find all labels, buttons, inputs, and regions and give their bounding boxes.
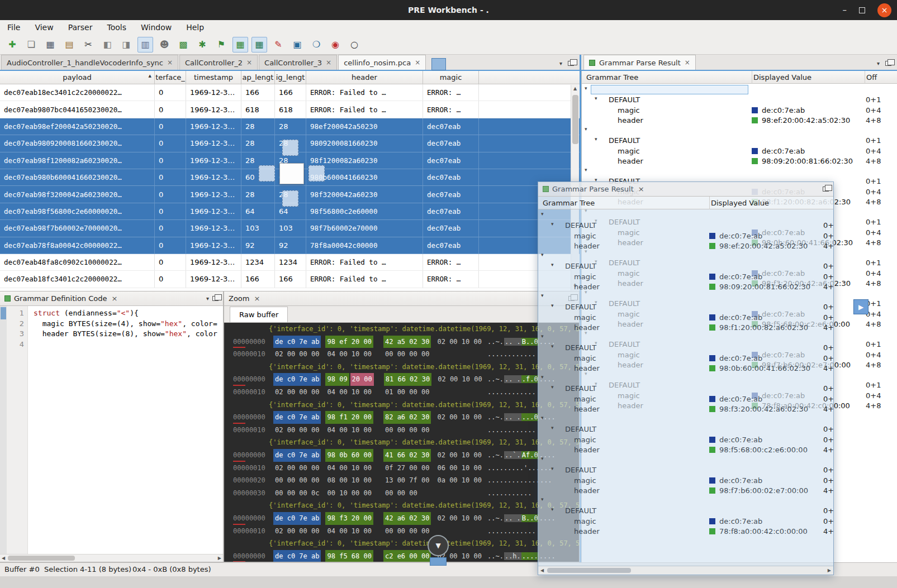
tree-node-row[interactable]: ▾	[582, 126, 897, 136]
caret-icon[interactable]: ▾	[585, 126, 587, 132]
table-cell[interactable]: dec07eab	[423, 237, 479, 254]
table-cell[interactable]: dec07eab9807bc0441650230020…	[0, 101, 155, 117]
table-cell[interactable]: 92	[241, 237, 275, 254]
caret-icon[interactable]: ▾	[585, 85, 587, 91]
table-cell[interactable]: 0	[155, 271, 186, 287]
hex-line[interactable]: 0000002000 00 00 0008 00 10 0013 00 7f 0…	[224, 474, 579, 487]
close-icon[interactable]: ×	[246, 59, 252, 66]
tree-row-header[interactable]: header98:ef:20:00:42:a5:02:304+8	[582, 116, 897, 126]
tree-node-row[interactable]: ▾	[538, 374, 834, 384]
hex-bytes[interactable]: 02 00 10 00	[435, 449, 483, 462]
table-cell[interactable]: dec07eab	[423, 186, 479, 202]
copy-icon[interactable]: ❏	[23, 37, 39, 52]
tree-node-row[interactable]: ▾	[538, 292, 834, 302]
hex-bytes[interactable]: 02 00 00 00	[273, 424, 321, 437]
hex-editor[interactable]: {'interface_id': 0, 'timestamp': datetim…	[224, 323, 579, 562]
hex-bytes[interactable]: 04 00 10 00	[325, 462, 373, 475]
table-cell[interactable]: 618	[275, 101, 306, 117]
table-cell[interactable]: 166	[241, 84, 275, 101]
tab-grammar-parse-result[interactable]: Grammar Parse Result ×	[583, 55, 696, 70]
table-cell[interactable]: 1969-12-3…	[186, 203, 241, 219]
tree-row-default[interactable]: ▾DEFAULT0+1	[538, 343, 834, 353]
packet-row[interactable]: dec07eab48fa8c0902c10000022…01969-12-3…1…	[0, 254, 580, 271]
table-cell[interactable]: 1969-12-3…	[186, 237, 241, 254]
search-icon[interactable]: ○	[347, 37, 362, 52]
table-cell[interactable]: 98ef200042a50230	[306, 118, 423, 135]
hex-line[interactable]: 00000000de c0 7e ab98 0b 60 0041 66 02 3…	[224, 449, 579, 462]
hex-bytes[interactable]: de c0 7e ab	[273, 373, 321, 386]
hex-bytes[interactable]: c2 e6 00 00	[383, 550, 431, 562]
table-cell[interactable]: 1969-12-3…	[186, 84, 241, 101]
floating-parse-result-window[interactable]: Grammar Parse Result × Grammar TreeDispl…	[538, 181, 834, 575]
table-cell[interactable]: ERROR: Failed to …	[306, 271, 423, 287]
caret-icon[interactable]: ▾	[551, 303, 554, 308]
hex-line[interactable]: 00000000de c0 7e ab98 ef 20 0042 a5 02 3…	[224, 336, 579, 348]
hex-bytes[interactable]: 02 00 00 00	[273, 525, 321, 538]
hex-bytes[interactable]: 08 00 10 00	[325, 474, 373, 487]
hex-line[interactable]: 00000000de c0 7e ab98 f3 20 0042 a6 02 3…	[224, 512, 579, 525]
tree-column-header[interactable]: Off	[865, 71, 897, 84]
detach-icon[interactable]	[823, 187, 829, 192]
table-cell[interactable]: 166	[275, 271, 306, 287]
tree-row-header[interactable]: header98:09:20:00:81:66:02:304+8	[582, 156, 897, 166]
tree-row-default[interactable]: ▾DEFAULT0+1	[538, 384, 834, 394]
save-icon[interactable]: ▦	[42, 37, 58, 52]
tree-column-header[interactable]: Displayed Value	[752, 71, 863, 84]
table-cell[interactable]: dec07eab980b600041660230020…	[0, 169, 155, 185]
tree-row-header[interactable]: header98:f5:68:00:c2:e6:00:004+8	[538, 445, 834, 455]
table-cell[interactable]: 28	[241, 118, 275, 135]
inspect-icon[interactable]: ▥	[137, 37, 153, 52]
caret-icon[interactable]: ▾	[551, 262, 554, 267]
hex-bytes[interactable]: 02 00 00 00	[273, 462, 321, 475]
hex-bytes[interactable]: 00 10 00 00	[325, 487, 373, 500]
hex-bytes[interactable]: de c0 7e ab	[273, 512, 321, 525]
marker-icon[interactable]: ✎	[270, 37, 286, 52]
tree-column-header[interactable]: Displayed Value	[709, 197, 810, 209]
table-cell[interactable]: dec07eab9809200081660230020…	[0, 135, 155, 151]
code-line[interactable]: magic BYTES(size=(4), show="hex", color=	[34, 319, 223, 329]
tree-node-row[interactable]: ▾	[538, 496, 834, 506]
hex-bytes[interactable]: 98 09	[325, 373, 349, 386]
tree-row-header[interactable]: header98:f3:20:00:42:a6:02:304+8	[538, 404, 834, 414]
menu-item-help[interactable]: Help	[179, 20, 211, 35]
table-cell[interactable]: 0	[155, 203, 186, 219]
close-icon[interactable]: ×	[167, 59, 173, 66]
code-line[interactable]: header BYTES(size=(8), show="hex", color	[34, 329, 223, 340]
maximize-button[interactable]	[859, 7, 865, 13]
table-cell[interactable]: 28	[275, 118, 306, 135]
caret-icon[interactable]: ▾	[551, 384, 554, 390]
table-cell[interactable]: ERROR: Failed to …	[306, 84, 423, 101]
caret-icon[interactable]: ▾	[551, 425, 554, 431]
packet-row[interactable]: dec07eab18fc3401c2c20000022…01969-12-3…1…	[0, 271, 580, 288]
table-cell[interactable]: 0	[155, 84, 186, 101]
column-header-cap_len[interactable]: ap_lengt	[241, 71, 275, 84]
parse-tree[interactable]: ▾▾DEFAULT0+1magicde:c0:7e:ab0+4header98:…	[538, 209, 834, 566]
table-cell[interactable]: dec07eab78f8a00042c00000022…	[0, 237, 155, 254]
table-cell[interactable]: 166	[275, 84, 306, 101]
new-file-icon[interactable]: ✚	[4, 37, 20, 52]
hex-bytes[interactable]: 02 00 10 00	[435, 512, 483, 525]
hex-bytes[interactable]: 02 00 10 00	[436, 373, 483, 386]
screenshot-icon[interactable]: ▩	[175, 37, 191, 52]
table-cell[interactable]: 0	[155, 135, 186, 151]
hex-line[interactable]: 00000000de c0 7e ab98 0920 0081 66 02 30…	[224, 373, 579, 386]
tree-node-row[interactable]: ▾	[538, 414, 834, 424]
table-cell[interactable]: 0	[155, 101, 186, 117]
packet-row[interactable]: dec07eab98f7b60002e70000020…01969-12-3…1…	[0, 220, 580, 237]
tree-row-default[interactable]: ▾DEFAULT0+1	[538, 302, 834, 312]
tree-row-magic[interactable]: magicde:c0:7e:ab0+4	[538, 394, 834, 404]
packet-row[interactable]: dec07eab98ef200042a50230020…01969-12-3…2…	[0, 118, 580, 135]
tree-row-default[interactable]: ▾DEFAULT0+1	[538, 465, 834, 475]
hex-line[interactable]: 0000003000 00 00 0c00 10 00 0000 00 00..…	[224, 487, 579, 500]
scrollbar-thumb[interactable]	[572, 95, 578, 144]
caret-icon[interactable]: ▾	[541, 293, 544, 298]
hex-bytes[interactable]: 04 00 10 00	[325, 348, 373, 361]
tree-row-magic[interactable]: magicde:c0:7e:ab0+4	[538, 435, 834, 445]
tree-row-magic[interactable]: magicde:c0:7e:ab0+4	[538, 231, 834, 241]
preview-icon[interactable]: ❍	[309, 37, 324, 52]
scrollbar-thumb[interactable]	[8, 556, 75, 561]
caret-icon[interactable]: ▾	[551, 506, 554, 512]
chevron-down-icon[interactable]: ▾	[206, 295, 209, 302]
document-tab[interactable]: AudioController_1_handleVocoderInfo_sync…	[1, 55, 178, 70]
page-back-icon[interactable]: ◧	[99, 37, 115, 52]
